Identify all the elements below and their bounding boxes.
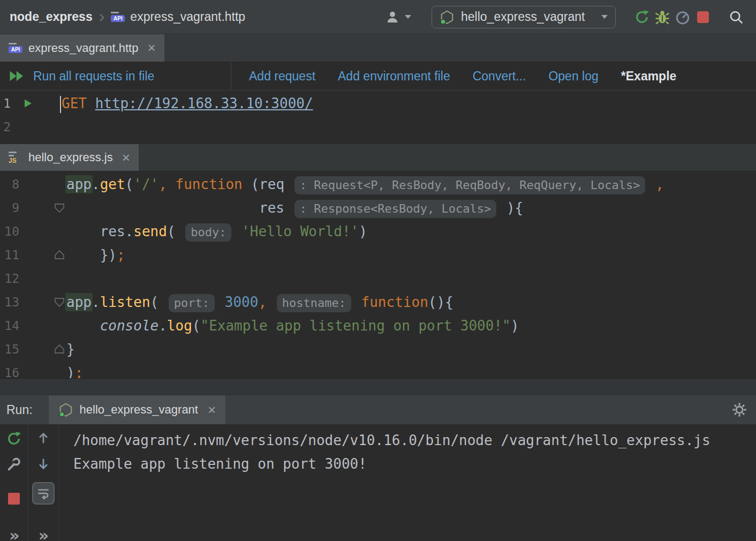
- stop-button[interactable]: [693, 7, 713, 27]
- fold-marker[interactable]: [54, 202, 65, 214]
- code-line: 12: [0, 267, 756, 290]
- rerun-icon: [6, 431, 22, 447]
- next-occurrence-button[interactable]: [36, 456, 51, 471]
- fold-marker[interactable]: [54, 249, 65, 261]
- more-actions-chevron[interactable]: »: [9, 526, 18, 541]
- console-toolbar-secondary: »: [28, 424, 59, 541]
- run-all-label: Run all requests in file: [33, 69, 154, 84]
- run-all-requests-button[interactable]: Run all requests in file: [0, 62, 231, 90]
- line-number: 13: [0, 295, 19, 309]
- api-file-icon: API: [9, 41, 22, 55]
- run-config-label: hello_express_vagrant: [461, 10, 590, 24]
- edit-configuration-button[interactable]: [6, 456, 22, 472]
- code-line: 11 });: [0, 243, 756, 267]
- tab-express-vagrant-http[interactable]: API express_vagrant.http ×: [0, 34, 164, 62]
- prev-occurrence-button[interactable]: [36, 431, 51, 446]
- search-button[interactable]: [726, 7, 746, 27]
- line-number: 11: [0, 248, 19, 262]
- breadcrumb-chevron-icon: ›: [99, 11, 105, 21]
- js-file-icon-line: [9, 152, 17, 153]
- chevron-down-icon: [405, 15, 411, 19]
- api-file-icon-badge: API: [111, 15, 125, 22]
- close-icon[interactable]: ×: [208, 402, 216, 418]
- breadcrumb-project[interactable]: node_express: [10, 10, 93, 24]
- profiler-button[interactable]: [672, 7, 693, 27]
- api-file-icon-line: [111, 12, 119, 13]
- chevron-down-icon: [601, 15, 608, 19]
- soft-wrap-toggle[interactable]: [32, 482, 55, 505]
- search-icon: [728, 9, 744, 25]
- stop-icon: [8, 493, 20, 505]
- code-line: 13app.listen( port: 3000, hostname: func…: [0, 290, 756, 314]
- stop-icon: [697, 11, 709, 23]
- line-number: 10: [0, 224, 19, 238]
- add-request-link[interactable]: Add request: [249, 69, 315, 84]
- api-file-icon: API: [111, 10, 125, 24]
- api-file-icon-badge: API: [9, 46, 22, 53]
- panel-splitter[interactable]: [0, 378, 756, 395]
- run-request-icon[interactable]: [22, 98, 33, 109]
- js-file-icon-badge: JS: [9, 158, 20, 164]
- code-line: 15}: [0, 337, 756, 361]
- code-line: 16);: [0, 361, 756, 378]
- api-file-icon-line: [9, 43, 17, 44]
- nodejs-icon: [440, 10, 455, 25]
- inlay-hint: port:: [169, 294, 215, 312]
- http-editor[interactable]: 1GET http://192.168.33.10:3000/2: [0, 91, 756, 144]
- inlay-hint: body:: [185, 223, 231, 242]
- js-editor[interactable]: 8app.get('/', function (req : Request<P,…: [0, 171, 756, 378]
- console-output-line: /home/vagrant/.nvm/versions/node/v10.16.…: [73, 429, 756, 452]
- line-number: 2: [0, 120, 11, 134]
- user-menu-button[interactable]: [385, 7, 411, 27]
- fold-marker[interactable]: [54, 343, 65, 355]
- text-caret: [60, 96, 61, 113]
- breadcrumb-file[interactable]: express_vagrant.http: [130, 10, 245, 24]
- gear-icon: [731, 402, 747, 418]
- arrow-down-icon: [36, 456, 51, 471]
- code-line: 10 res.send( body: 'Hello World!'): [0, 220, 756, 243]
- inlay-hint: : Response<ResBody, Locals>: [294, 200, 497, 218]
- run-panel-label: Run:: [6, 403, 33, 417]
- run-button[interactable]: [632, 7, 652, 27]
- user-icon: [385, 10, 400, 25]
- js-file-icon: JS: [9, 151, 22, 164]
- console-output[interactable]: /home/vagrant/.nvm/versions/node/v10.16.…: [73, 429, 756, 476]
- line-number: 16: [0, 366, 19, 378]
- editor-tabbar-js: JS hello_express.js ×: [0, 144, 756, 171]
- code-line: 2: [0, 115, 756, 139]
- tab-label: express_vagrant.http: [28, 41, 138, 55]
- bug-icon: [654, 9, 670, 25]
- add-environment-file-link[interactable]: Add environment file: [338, 69, 450, 84]
- editor-tabbar-http: API express_vagrant.http ×: [0, 34, 756, 62]
- soft-wrap-icon: [36, 486, 50, 500]
- settings-button[interactable]: [729, 400, 750, 420]
- run-config-selector[interactable]: hello_express_vagrant: [432, 6, 616, 28]
- more-actions-chevron[interactable]: »: [39, 526, 48, 541]
- tab-hello-express-js[interactable]: JS hello_express.js ×: [0, 144, 139, 171]
- run-tab[interactable]: hello_express_vagrant ×: [49, 395, 226, 424]
- line-number: 14: [0, 319, 19, 333]
- close-icon[interactable]: ×: [147, 40, 155, 56]
- main-toolbar: node_express › API express_vagrant.http …: [0, 0, 756, 34]
- rerun-icon: [634, 9, 650, 25]
- code-line: 1GET http://192.168.33.10:3000/: [0, 92, 756, 115]
- line-number: 15: [0, 342, 19, 356]
- run-tab-label: hello_express_vagrant: [80, 403, 198, 417]
- run-console: » » /home/vagrant/.nvm/versions/node/v10…: [0, 424, 756, 541]
- http-toolbar-links: Add request Add environment file Convert…: [249, 69, 676, 84]
- wrench-icon: [6, 456, 22, 472]
- run-all-icon: [9, 69, 26, 83]
- examples-link[interactable]: *Example: [621, 69, 677, 84]
- http-editor-toolbar: Run all requests in file Add request Add…: [0, 62, 756, 91]
- fold-marker[interactable]: [54, 296, 65, 308]
- rerun-button[interactable]: [6, 431, 22, 447]
- close-icon[interactable]: ×: [122, 149, 130, 166]
- nodejs-icon: [58, 402, 73, 417]
- run-panel-header: Run: hello_express_vagrant ×: [0, 395, 756, 424]
- convert-link[interactable]: Convert...: [473, 69, 526, 84]
- stop-button[interactable]: [8, 493, 20, 505]
- line-number: 8: [0, 177, 19, 191]
- tab-label: hello_express.js: [28, 151, 113, 164]
- open-log-link[interactable]: Open log: [548, 69, 598, 84]
- debug-button[interactable]: [652, 7, 672, 27]
